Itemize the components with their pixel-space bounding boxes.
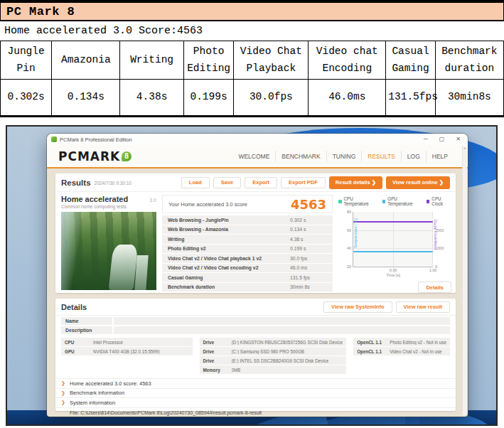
score-row: Web Browsing - Amazonia0.134 s [162, 225, 333, 235]
table-value-cell: 0.302s [1, 80, 52, 117]
load-button[interactable]: Load [181, 177, 210, 188]
menu-results[interactable]: RESULTS [361, 151, 401, 162]
name-row: Name [61, 317, 450, 325]
table-header-cell: Amazonia [52, 41, 120, 80]
description-label: Description [61, 326, 112, 334]
pcmark-logo: PCMARK 8 [58, 149, 132, 164]
score-row: Benchmark duration30min 8s [162, 283, 333, 292]
score-row: Writing4.38 s [162, 235, 333, 244]
x-axis-tick: 0:30 [390, 268, 397, 272]
spec-drive: Drive(C:) Samsung SSD 980 PRO 500GB [200, 347, 347, 355]
score-row: Web Browsing - JunglePin0.302 s [162, 215, 333, 225]
table-header-cell: Photo Editing [183, 41, 234, 80]
name-label: Name [61, 317, 112, 325]
minimize-button[interactable]: ─ [424, 137, 428, 142]
view-raw-result-button[interactable]: View raw result [396, 301, 450, 313]
legend-gpu-temperature: GPU Temperature [382, 196, 420, 206]
description-value [114, 326, 450, 334]
app-header: PCMARK 8 WELCOME BENCHMARK TUNING RESULT… [47, 145, 468, 168]
export-button[interactable]: Export [245, 177, 277, 188]
gpu-temperature-line [353, 251, 433, 252]
expand-chevron-icon: ❯ [61, 380, 70, 386]
view-raw-systeminfo-button[interactable]: View raw SystemInfo [323, 301, 392, 313]
cpu-clock-swatch-icon [427, 200, 429, 203]
save-button[interactable]: Save [213, 177, 242, 188]
view-result-online-button[interactable]: View result online ❯ [386, 176, 450, 189]
score-row: Video Chat v2 / Video Chat playback 1 v2… [162, 254, 333, 263]
window-scrollbar[interactable]: ˄ [462, 146, 467, 415]
table-value-cell: 46.0ms [309, 80, 386, 117]
table-value-cell: 0.134s [52, 80, 120, 117]
scroll-up-icon[interactable]: ˄ [463, 146, 467, 151]
pcmark-8-badge-icon: 8 [122, 151, 132, 161]
legend-cpu-clock: CPU Clock [427, 196, 451, 206]
cpu-clock-line [353, 221, 433, 223]
expand-row-score[interactable]: ❯ Home accelerated 3.0 score: 4563 [55, 379, 456, 389]
spec-opencl: OpenCL 1.1Photo Editing v2 - Not in use [353, 338, 450, 346]
y-axis-tick: 80 [347, 210, 351, 214]
table-value-cell: 30.0fps [234, 80, 309, 117]
gpu-temperature-swatch-icon [382, 200, 386, 203]
score-rows: Web Browsing - JunglePin0.302 s Web Brow… [162, 215, 333, 291]
table-header-cell: Video chat Encoding [309, 41, 386, 80]
spec-drive: Drive(D:) KINGSTON RBUSC280537256G SCSI … [200, 338, 347, 346]
menu-welcome[interactable]: WELCOME [232, 151, 275, 162]
expand-chevron-icon: ❯ [61, 390, 70, 396]
score-card: Your Home accelerated 3.0 score 4563 [162, 195, 333, 213]
score-row: Photo Editing v20.199 s [162, 245, 333, 254]
pcmark-screenshot: PCMark 8 Professional Edition ─ ▢ ✕ PCMA… [6, 125, 498, 426]
score-column: Your Home accelerated 3.0 score 4563 Web… [162, 195, 333, 292]
cpu-temperature-swatch-icon [338, 200, 342, 203]
result-thumbnail-image [61, 212, 156, 290]
left-axis-label: Temperature [°C] [353, 218, 358, 248]
report-title-bar: PC Mark 8 [0, 0, 504, 21]
spec-memory: Memory0MB [200, 365, 347, 374]
score-value: 4563 [291, 197, 326, 212]
page: PC Mark 8 Home accelerated 3.0 Score:456… [0, 0, 504, 428]
y-axis-tick: 20 [347, 264, 351, 269]
pcmark-app-icon [51, 137, 57, 142]
spec-cpu: CPUIntel Processor [61, 338, 193, 346]
expand-chevron-icon: ❯ [61, 400, 70, 405]
expand-row-system-info[interactable]: ❯ System information [55, 398, 456, 408]
table-value-row: 0.302s 0.134s 4.38s 0.199s 30.0fps 46.0m… [1, 80, 504, 117]
table-value-cell: 30min8s [435, 80, 503, 117]
y-axis-tick: 60 [347, 228, 351, 232]
menu-tuning[interactable]: TUNING [326, 151, 362, 162]
menu-log[interactable]: LOG [401, 151, 426, 162]
description-row: Description [61, 326, 450, 334]
results-title: Results [61, 178, 91, 187]
table-header-cell: Video Chat Playback [234, 41, 309, 80]
table-header-cell: Jungle Pin [1, 41, 52, 80]
benchmark-table: Jungle Pin Amazonia Writing Photo Editin… [0, 41, 504, 117]
table-header-cell: Casual Gaming [386, 41, 435, 80]
table-header-cell: Writing [120, 41, 183, 80]
benchmark-report: PC Mark 8 Home accelerated 3.0 Score:456… [0, 0, 504, 117]
window-title: PCMark 8 Professional Edition [60, 137, 424, 143]
test-info-column: Home accelerated 3.0 Common home computi… [61, 195, 156, 290]
score-label: Your Home accelerated 3.0 score [168, 201, 247, 208]
chart-legend: CPU Temperature GPU Temperature CPU Cloc… [338, 196, 451, 206]
maximize-button[interactable]: ▢ [439, 137, 445, 142]
result-file-path: File: C:\Users\814\Documents\PCMark 8\Lo… [55, 408, 456, 417]
report-subtitle: Home accelerated 3.0 Score:4563 [0, 21, 504, 41]
window-titlebar[interactable]: PCMark 8 Professional Edition ─ ▢ ✕ [47, 134, 468, 145]
results-panel-header: Results 2024/7/30 9:30:10 Load Save Expo… [55, 173, 456, 192]
report-title: PC Mark 8 [6, 5, 75, 18]
system-specs: CPUIntel Processor GPUNVIDIA T400 4GB (3… [61, 338, 450, 374]
score-row: Casual Gaming131.5 fps [162, 273, 333, 282]
results-panel: Results 2024/7/30 9:30:10 Load Save Expo… [55, 173, 456, 293]
menu-benchmark[interactable]: BENCHMARK [275, 151, 326, 162]
menu-help[interactable]: HELP [426, 151, 454, 162]
export-pdf-button[interactable]: Export PDF [281, 177, 326, 188]
result-details-button[interactable]: Result details ❯ [329, 176, 382, 189]
table-value-cell: 0.199s [183, 80, 234, 117]
results-timestamp: 2024/7/30 9:30:10 [95, 181, 132, 186]
table-value-cell: 131.5fps [386, 80, 435, 117]
chart-details-button[interactable]: Details [418, 282, 451, 293]
expand-row-benchmark-info[interactable]: ❯ Benchmark information [55, 389, 456, 399]
monitoring-chart: 80 60 40 20 2000 1000 0 0:30 1:00 Time [… [338, 209, 451, 283]
score-row: Video Chat v2 / Video Chat encoding v246… [162, 264, 333, 273]
close-button[interactable]: ✕ [456, 137, 461, 142]
y-axis-tick: 40 [347, 246, 351, 250]
